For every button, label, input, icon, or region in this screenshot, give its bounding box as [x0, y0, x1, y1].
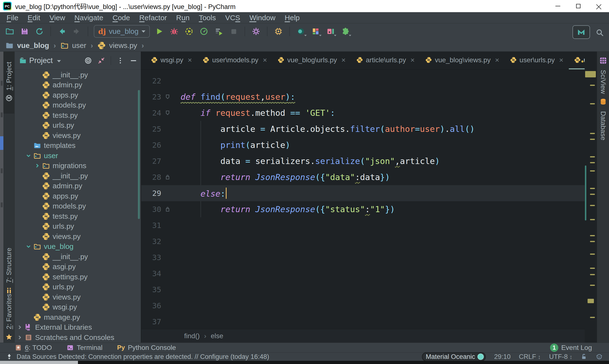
editor-tab[interactable]: article\urls.py×: [351, 52, 420, 69]
open-folder-icon[interactable]: [4, 26, 15, 37]
di-tool-icon[interactable]: [325, 26, 336, 37]
hide-panel-icon[interactable]: [130, 57, 137, 65]
material-theme-logo-button[interactable]: [572, 25, 590, 39]
tool-window-tab-favorites[interactable]: 2: Favorites: [3, 295, 15, 341]
caret-position[interactable]: 29:10: [494, 353, 511, 361]
editor-breadcrumb-item[interactable]: find(): [184, 332, 200, 340]
chevron-right-icon[interactable]: [15, 324, 24, 330]
editor-tab[interactable]: vue_blog\urls.py×: [272, 52, 351, 69]
code-line[interactable]: 28 return JsonResponse({"data":data}): [141, 169, 585, 185]
region-marker-icon[interactable]: [161, 206, 174, 212]
sync-icon[interactable]: [34, 26, 45, 37]
fold-marker-icon[interactable]: [161, 110, 174, 116]
tree-item[interactable]: __init__.py: [15, 252, 141, 262]
forward-icon[interactable]: [71, 26, 82, 37]
locate-file-icon[interactable]: [84, 57, 92, 65]
search-everywhere-icon[interactable]: [594, 27, 605, 39]
project-tree-scrollbar[interactable]: [138, 90, 140, 219]
menu-refactor[interactable]: Refactor: [135, 14, 171, 22]
code-line[interactable]: 29 else:: [141, 185, 585, 201]
tree-item[interactable]: __init__.py: [15, 70, 141, 80]
chevron-down-icon[interactable]: [57, 60, 61, 62]
plugins-puzzle-icon[interactable]: [340, 26, 351, 37]
run-icon[interactable]: [154, 26, 165, 37]
unlock-icon[interactable]: [581, 353, 588, 360]
line-separator[interactable]: CRLF ↕: [519, 353, 541, 361]
code-line[interactable]: 22: [141, 73, 585, 89]
editor-breadcrumb-item[interactable]: else: [211, 332, 223, 340]
tree-item[interactable]: vue_blog: [15, 242, 141, 252]
tree-item[interactable]: user: [15, 151, 141, 161]
code-line[interactable]: 30 return JsonResponse({"status":"1"}): [141, 201, 585, 217]
close-button[interactable]: [589, 0, 609, 12]
tree-item[interactable]: settings.py: [15, 272, 141, 282]
tree-item[interactable]: views.py: [15, 231, 141, 242]
ui-blocks-icon[interactable]: [310, 26, 321, 37]
maximize-button[interactable]: [568, 0, 589, 12]
settings-gear-icon[interactable]: [251, 26, 261, 37]
tree-item[interactable]: models.py: [15, 100, 141, 110]
menu-run[interactable]: Run: [171, 14, 194, 22]
chevron-right-icon[interactable]: [33, 163, 42, 169]
theme-switch-icon[interactable]: [295, 26, 306, 37]
menu-window[interactable]: Window: [245, 14, 280, 22]
menu-edit[interactable]: Edit: [23, 14, 45, 22]
code-line[interactable]: 34: [141, 265, 585, 282]
tree-item[interactable]: templates: [15, 141, 141, 151]
file-encoding[interactable]: UTF-8 ↕: [549, 353, 572, 361]
tree-item[interactable]: migrations: [15, 161, 141, 171]
tool-window-tab-project[interactable]: 1: Project: [3, 52, 15, 114]
menu-code[interactable]: Code: [108, 14, 135, 22]
debug-icon[interactable]: [169, 26, 180, 37]
tree-item[interactable]: Scratches and Consoles: [15, 332, 141, 343]
tree-item[interactable]: urls.py: [15, 282, 141, 292]
fold-marker-icon[interactable]: [161, 94, 174, 100]
code-line[interactable]: 37: [141, 314, 585, 329]
tree-item[interactable]: __init__.py: [15, 171, 141, 181]
save-all-icon[interactable]: [19, 26, 30, 37]
code-line[interactable]: 32: [141, 233, 585, 249]
editor-tab[interactable]: vue_blog\views.py×: [420, 52, 504, 69]
code-line[interactable]: 25 article = Article.objects.filter(auth…: [141, 121, 585, 137]
tree-item[interactable]: tests.py: [15, 110, 141, 120]
python-console-tab[interactable]: Py Python Console: [117, 344, 176, 351]
event-log-tab[interactable]: 1 Event Log: [550, 344, 592, 352]
code-line[interactable]: 36: [141, 298, 585, 314]
chevron-right-icon[interactable]: [15, 334, 24, 341]
close-tab-icon[interactable]: ×: [559, 56, 563, 64]
profiler-icon[interactable]: [198, 26, 209, 37]
project-panel-title[interactable]: Project: [29, 56, 53, 65]
close-tab-icon[interactable]: ×: [341, 56, 346, 64]
todo-tab[interactable]: 6: TODO: [15, 344, 52, 351]
back-icon[interactable]: [56, 26, 67, 37]
tree-item[interactable]: apps.py: [15, 191, 141, 201]
code-line[interactable]: 33: [141, 249, 585, 265]
code-line[interactable]: 27 data = serializers.serialize("json",a…: [141, 153, 585, 169]
vertical-scrollbar[interactable]: [585, 166, 586, 221]
code-line[interactable]: 26 print(article): [141, 137, 585, 153]
tool-window-tab-sciview[interactable]: SciView: [597, 56, 609, 94]
close-tab-icon[interactable]: ×: [495, 56, 499, 64]
close-tab-icon[interactable]: ×: [263, 56, 267, 64]
theme-switcher[interactable]: Material Oceanic: [422, 352, 486, 361]
chevron-down-icon[interactable]: [24, 243, 33, 250]
run-coverage-icon[interactable]: [184, 26, 194, 37]
tree-item[interactable]: admin.py: [15, 181, 141, 191]
tree-item[interactable]: manage.py: [15, 312, 141, 322]
tree-item[interactable]: models.py: [15, 201, 141, 211]
menu-vcs[interactable]: VCS: [221, 14, 245, 22]
editor-tab[interactable]: user\urls.py×: [505, 52, 569, 69]
tree-item[interactable]: tests.py: [15, 211, 141, 221]
menu-tools[interactable]: Tools: [194, 14, 221, 22]
code-area[interactable]: 2223def find(request,user):24 if request…: [141, 70, 585, 329]
breadcrumb-item[interactable]: user: [72, 41, 86, 50]
menu-file[interactable]: File: [2, 14, 23, 22]
code-line[interactable]: 23def find(request,user):: [141, 89, 585, 105]
status-message[interactable]: Data Sources Detected: Connection proper…: [16, 353, 269, 361]
tree-item[interactable]: views.py: [15, 130, 141, 141]
breadcrumb-item[interactable]: vue_blog: [17, 41, 49, 50]
code-line[interactable]: 31: [141, 217, 585, 233]
tool-window-tab-structure[interactable]: 7: Structure: [3, 249, 15, 295]
terminal-tab[interactable]: Terminal: [67, 344, 103, 351]
menu-view[interactable]: View: [45, 14, 70, 22]
